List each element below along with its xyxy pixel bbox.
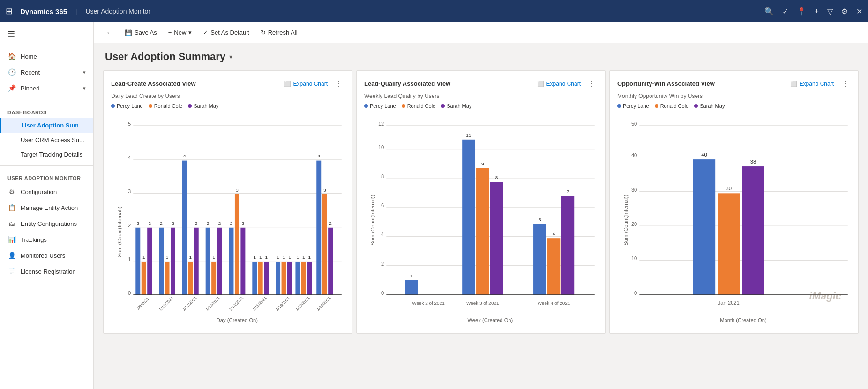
back-button[interactable]: ← [101,26,118,40]
sidebar-item-trackings[interactable]: 📊 Trackings [0,232,93,247]
dashboards-section-header: Dashboards [0,104,93,118]
svg-text:1/13/2021: 1/13/2021 [205,296,221,312]
svg-text:Week 3 of 2021: Week 3 of 2021 [466,300,499,306]
svg-text:1: 1 [283,254,285,260]
new-label: New [174,29,186,36]
check-icon[interactable]: ✓ [782,7,788,16]
sidebar-item-label: Home [21,53,37,60]
svg-text:Jan 2021: Jan 2021 [718,300,740,306]
toolbar: ← 💾 Save As + New ▾ ✓ Set As Default ↻ R… [94,22,868,43]
expand-chart-button[interactable]: ⬜ Expand Chart [535,80,583,88]
sidebar-item-user-adoption-sum[interactable]: User Adoption Sum... [0,118,93,133]
legend-dot [364,104,368,108]
svg-text:0: 0 [381,290,384,296]
chart-actions: ⬜ Expand Chart ⋮ [788,78,851,89]
svg-rect-107 [561,196,574,295]
svg-rect-127 [718,193,740,295]
save-as-button[interactable]: 💾 Save As [120,26,162,39]
sidebar-item-home[interactable]: 🏠 Home [0,48,93,64]
more-options-button[interactable]: ⋮ [839,78,851,89]
svg-text:1: 1 [288,254,291,260]
sidebar-item-label: User CRM Access Su... [21,136,84,143]
sidebar-item-configuration[interactable]: ⚙ Configuration [0,184,93,200]
svg-rect-43 [235,194,239,295]
top-nav-actions: 🔍 ✓ 📍 + ▽ ⚙ ✕ [764,7,862,16]
svg-rect-20 [159,228,164,295]
sidebar-item-target-tracking[interactable]: Target Tracking Details [0,147,93,162]
chart-title: Lead-Qualify Associated View [364,80,450,87]
grid-icon[interactable]: ⊞ [6,6,13,16]
add-icon[interactable]: + [815,7,819,15]
sidebar-item-monitored-users[interactable]: 👤 Monitored Users [0,247,93,263]
set-default-button[interactable]: ✓ Set As Default [198,26,254,39]
sidebar-item-manage-entity[interactable]: 📋 Manage Entity Action [0,200,93,216]
legend-label: Ronald Cole [660,103,689,109]
sidebar-item-label: Monitored Users [21,252,65,259]
svg-text:30: 30 [726,186,732,191]
svg-text:38: 38 [750,159,756,165]
refresh-all-button[interactable]: ↻ Refresh All [256,26,302,39]
chart-area: Sum (Count(Internal)) 0 2 4 6 8 10 12 [364,114,598,326]
legend-label: Sarah May [447,103,471,109]
chart-lead-qualify: Lead-Qualify Associated View ⬜ Expand Ch… [356,70,606,334]
svg-text:1/15/2021: 1/15/2021 [251,296,268,312]
refresh-label: Refresh All [268,29,298,36]
sidebar-item-license-reg[interactable]: 📄 License Registration [0,263,93,279]
expand-chart-button[interactable]: ⬜ Expand Chart [282,80,329,88]
settings-icon[interactable]: ⚙ [841,7,848,16]
svg-text:4: 4 [381,232,384,237]
search-icon[interactable]: 🔍 [764,7,774,16]
svg-text:1/8/2021: 1/8/2021 [135,296,150,311]
svg-rect-129 [742,166,764,295]
svg-rect-69 [316,161,321,295]
legend-dot [617,104,621,108]
chart-actions: ⬜ Expand Chart ⋮ [282,78,344,89]
page-title-dropdown-icon[interactable]: ▾ [229,53,232,60]
svg-rect-29 [188,262,193,295]
svg-text:1: 1 [265,254,268,260]
sidebar-monitor-section: User Adoption Monitor ⚙ Configuration 📋 … [0,168,93,281]
svg-text:11: 11 [466,133,471,138]
svg-rect-31 [194,228,199,295]
legend-dot [441,104,445,108]
sidebar-item-user-crm-access[interactable]: User CRM Access Su... [0,133,93,147]
svg-text:12: 12 [378,121,384,127]
legend-label: Sarah May [700,103,725,109]
top-navigation: ⊞ Dynamics 365 | User Adoption Monitor 🔍… [0,0,868,22]
chart-title: Lead-Create Associated View [111,80,196,87]
legend-label: Ronald Cole [154,103,183,109]
svg-text:6: 6 [381,202,384,208]
entity-icon: 📋 [7,204,16,211]
sidebar-item-pinned[interactable]: 📌 Pinned ▾ [0,80,93,96]
svg-text:1: 1 [308,254,311,260]
svg-text:1: 1 [189,254,192,260]
chart-header: Lead-Create Associated View ⬜ Expand Cha… [111,78,344,89]
refresh-icon: ↻ [261,29,266,36]
svg-rect-73 [328,228,333,295]
sidebar-item-entity-config[interactable]: 🗂 Entity Configurations [0,216,93,232]
sidebar-collapse-button[interactable]: ☰ [0,22,93,46]
pin-icon[interactable]: 📍 [797,7,806,16]
svg-text:2: 2 [329,221,332,226]
svg-rect-48 [252,262,257,295]
chart-legend: Percy Lane Ronald Cole Sarah May [617,103,851,109]
sidebar-item-label: Configuration [21,188,57,195]
more-options-button[interactable]: ⋮ [333,78,344,89]
sidebar-item-recent[interactable]: 🕐 Recent ▾ [0,64,93,80]
filter-icon[interactable]: ▽ [827,7,833,16]
legend-percy: Percy Lane [111,103,143,109]
chart-subtitle: Daily Lead Create by Users [111,93,344,99]
users-icon: 👤 [7,252,16,259]
more-options-button[interactable]: ⋮ [586,78,598,89]
new-button[interactable]: + New ▾ [164,26,197,39]
expand-chart-button[interactable]: ⬜ Expand Chart [788,80,836,88]
svg-text:5: 5 [539,217,541,222]
app-subtitle: User Adoption Monitor [85,7,150,15]
svg-text:1: 1 [302,254,305,260]
monitor-section-header: User Adoption Monitor [0,170,93,184]
svg-text:50: 50 [631,121,637,127]
close-icon[interactable]: ✕ [856,7,862,16]
legend-ronald: Ronald Cole [149,103,183,109]
charts-grid: Lead-Create Associated View ⬜ Expand Cha… [94,68,868,343]
svg-text:2: 2 [218,221,221,226]
